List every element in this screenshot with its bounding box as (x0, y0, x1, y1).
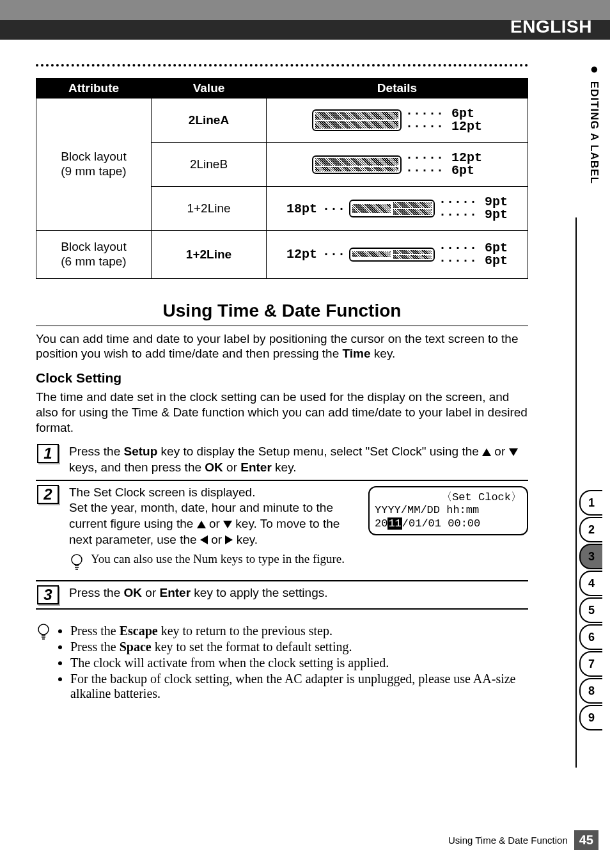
table-row: Block layout(9 mm tape)2LineA····· 6pt··… (36, 99, 528, 143)
text: or (491, 445, 508, 458)
attribute-cell: Block layout(9 mm tape) (36, 99, 152, 231)
chapter-tab-4[interactable]: 4 (579, 571, 602, 596)
attribute-cell: Block layout(6 mm tape) (36, 231, 152, 279)
lcd-line3: 2011/01/01 00:00 (375, 517, 522, 530)
time-key: Time (343, 347, 371, 360)
down-arrow-icon (223, 521, 232, 528)
step-number: 3 (37, 585, 59, 604)
text: or (223, 461, 240, 474)
text: key to return to the previous step. (158, 624, 332, 638)
dotted-rule (36, 64, 528, 67)
header-band: ENGLISH (0, 0, 610, 40)
text: 20 (375, 517, 387, 530)
step-body: Press the Setup key to display the Setup… (69, 444, 528, 475)
chapter-tab-3[interactable]: 3 (579, 544, 602, 569)
text: keys, and then press the (69, 461, 205, 474)
escape-key: Escape (120, 624, 158, 638)
lcd-screen: 〈Set Clock〉 YYYY/MM/DD hh:mm 2011/01/01 … (368, 486, 528, 535)
side-divider-line (575, 217, 577, 768)
th-value: Value (152, 79, 267, 99)
chapter-tab-7[interactable]: 7 (579, 651, 602, 677)
chapter-tab-9[interactable]: 9 (579, 705, 602, 730)
chapter-tab-6[interactable]: 6 (579, 624, 602, 650)
step-2: 2 The Set Clock screen is displayed. Set… (36, 481, 528, 581)
note-item: Press the Escape key to return to the pr… (70, 624, 528, 638)
text: key. (233, 533, 258, 546)
chapter-tab-8[interactable]: 8 (579, 678, 602, 704)
chapter-tab-5[interactable]: 5 (579, 597, 602, 623)
setup-key: Setup (124, 445, 158, 458)
value-cell: 2LineB (152, 143, 267, 187)
svg-point-1 (38, 624, 49, 635)
footer-text: Using Time & Date Function (448, 835, 568, 846)
text: key to display the Setup menu, select "S… (157, 445, 482, 458)
step-body: Press the OK or Enter key to apply the s… (69, 585, 528, 601)
ok-key: OK (205, 461, 223, 474)
th-details: Details (267, 79, 528, 99)
clock-setting-heading: Clock Setting (36, 370, 528, 386)
chapter-tab-1[interactable]: 1 (579, 490, 602, 516)
space-key: Space (120, 640, 152, 654)
note-item: Press the Space key to set the format to… (70, 640, 528, 654)
section-heading: Using Time & Date Function (36, 292, 528, 326)
enter-key: Enter (240, 461, 272, 474)
ok-key: OK (124, 586, 143, 599)
value-cell: 1+2Line (152, 231, 267, 279)
text: Press the (69, 586, 124, 599)
text: key to apply the settings. (191, 586, 327, 599)
enter-key: Enter (160, 586, 191, 599)
details-cell: 18pt········ 9pt····· 9pt (267, 187, 528, 231)
page-footer: Using Time & Date Function 45 (448, 830, 598, 850)
page-content: Attribute Value Details Block layout(9 m… (0, 40, 556, 704)
up-arrow-icon (197, 521, 206, 528)
text: or (206, 517, 223, 530)
table-row: Block layout(6 mm tape)1+2Line12pt······… (36, 231, 528, 279)
text: or (142, 586, 159, 599)
details-cell: 12pt········ 6pt····· 6pt (267, 231, 528, 279)
value-cell: 1+2Line (152, 187, 267, 231)
lightbulb-icon (69, 553, 84, 576)
step-3: 3 Press the OK or Enter key to apply the… (36, 581, 528, 610)
text: key. (272, 461, 297, 474)
chapter-tab-2[interactable]: 2 (579, 517, 602, 542)
section-side-tab: ● EDITING A LABEL (586, 61, 602, 214)
lcd-selection: 11 (387, 517, 402, 530)
up-arrow-icon (482, 448, 491, 456)
step-number: 1 (37, 444, 59, 463)
notes-list: Press the Escape key to return to the pr… (58, 621, 528, 704)
notes-block: Press the Escape key to return to the pr… (36, 621, 528, 704)
text: key to set the format to default setting… (152, 640, 352, 654)
text: Press the (70, 624, 120, 638)
lightbulb-icon (36, 622, 51, 644)
text: You can add time and date to your label … (36, 332, 519, 361)
tip-text: You can also use the Num keys to type in… (91, 551, 345, 567)
note-item: The clock will activate from when the cl… (70, 656, 528, 670)
lcd-line2: YYYY/MM/DD hh:mm (375, 504, 522, 517)
lcd-title: 〈Set Clock〉 (375, 491, 522, 504)
language-label: ENGLISH (510, 17, 592, 37)
side-bullet: ● (586, 61, 602, 77)
note-item: For the backup of clock setting, when th… (70, 672, 528, 701)
step-body: The Set Clock screen is displayed. Set t… (69, 485, 528, 576)
chapter-tabs: 123456789 (579, 490, 602, 730)
clock-setting-desc: The time and date set in the clock setti… (36, 390, 528, 435)
text: key. (371, 347, 396, 360)
th-attribute: Attribute (36, 79, 152, 99)
page-number: 45 (574, 830, 598, 850)
down-arrow-icon (509, 448, 518, 456)
details-cell: ····· 12pt····· 6pt (267, 143, 528, 187)
text: Press the (69, 445, 124, 458)
right-arrow-icon (225, 535, 233, 544)
side-tab-text: EDITING A LABEL (588, 81, 600, 184)
tip-row: You can also use the Num keys to type in… (69, 551, 528, 576)
text: or (208, 533, 225, 546)
step-1: 1 Press the Setup key to display the Set… (36, 440, 528, 480)
text: /01/01 00:00 (402, 517, 480, 530)
svg-point-0 (72, 555, 82, 565)
value-cell: 2LineA (152, 99, 267, 143)
table-body: Block layout(9 mm tape)2LineA····· 6pt··… (36, 99, 528, 279)
left-arrow-icon (200, 535, 208, 544)
text: Press the (70, 640, 120, 654)
intro-paragraph: You can add time and date to your label … (36, 331, 528, 362)
details-cell: ····· 6pt····· 12pt (267, 99, 528, 143)
